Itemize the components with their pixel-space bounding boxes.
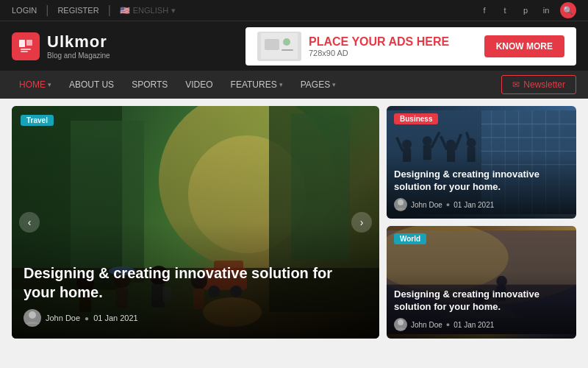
svg-point-68 xyxy=(398,319,404,325)
svg-rect-2 xyxy=(21,51,28,52)
ad-text: PLACE YOUR ADS HERE 728x90 AD xyxy=(309,35,449,57)
navigation: HOME ▾ ABOUT US SPORTS VIDEO FEATURES ▾ … xyxy=(0,71,588,99)
hero-dot: ● xyxy=(85,314,89,322)
ad-subtitle: 728x90 AD xyxy=(309,49,449,57)
card-2[interactable]: World Designing & creating innovative so… xyxy=(387,226,576,339)
svg-rect-5 xyxy=(265,39,279,50)
ad-title: PLACE YOUR ADS HERE xyxy=(309,35,449,49)
card-2-dot: ● xyxy=(446,321,450,328)
ad-left: PLACE YOUR ADS HERE 728x90 AD xyxy=(257,32,449,61)
chevron-down-icon3: ▾ xyxy=(332,81,336,88)
hero-avatar xyxy=(24,309,41,327)
nav-video-label: VIDEO xyxy=(185,79,212,90)
card-1-date: 01 Jan 2021 xyxy=(453,201,494,209)
language-label: ENGLISH xyxy=(133,6,168,15)
know-more-button[interactable]: KNOW MORE xyxy=(484,35,564,57)
prev-slide-button[interactable]: ‹ xyxy=(19,212,40,233)
nav-item-features[interactable]: FEATURES ▾ xyxy=(223,71,290,99)
nav-pages-label: PAGES xyxy=(301,79,330,90)
top-bar-left: LOGIN | REGISTER | 🇺🇸 ENGLISH ▾ xyxy=(12,4,176,17)
card-1-author: John Doe xyxy=(411,201,442,209)
top-bar: LOGIN | REGISTER | 🇺🇸 ENGLISH ▾ f t p in… xyxy=(0,0,588,21)
newsletter-label: Newsletter xyxy=(523,79,565,90)
newsletter-button[interactable]: ✉ Newsletter xyxy=(501,75,576,94)
separator2: | xyxy=(108,4,111,17)
register-link[interactable]: REGISTER xyxy=(57,6,98,15)
instagram-icon[interactable]: in xyxy=(539,4,553,17)
card-2-avatar xyxy=(394,318,407,331)
next-slide-button[interactable]: › xyxy=(351,212,372,233)
card-2-content: Designing & creating innovative solution… xyxy=(387,281,576,339)
envelope-icon: ✉ xyxy=(512,79,520,90)
hero-badge: Travel xyxy=(21,115,54,126)
header: Ulkmor Blog and Magazine PLACE YOUR ADS … xyxy=(0,21,588,71)
separator: | xyxy=(46,4,49,17)
svg-rect-7 xyxy=(282,49,293,51)
nav-item-pages[interactable]: PAGES ▾ xyxy=(293,71,343,99)
card-2-date: 01 Jan 2021 xyxy=(453,321,494,329)
logo-tagline: Blog and Magazine xyxy=(47,52,110,60)
card-2-author: John Doe xyxy=(411,321,442,329)
nav-sports-label: SPORTS xyxy=(132,79,168,90)
chevron-down-icon: ▾ xyxy=(171,6,176,15)
card-1-avatar xyxy=(394,198,407,211)
chevron-down-icon: ▾ xyxy=(48,81,51,88)
pinterest-icon[interactable]: p xyxy=(519,4,532,17)
card-1-meta: John Doe ● 01 Jan 2021 xyxy=(394,198,569,211)
nav-item-home[interactable]: HOME ▾ xyxy=(12,71,59,99)
hero-slider: Travel ‹ › Designing & creating innovati… xyxy=(12,106,379,339)
nav-item-sports[interactable]: SPORTS xyxy=(124,71,175,99)
svg-point-57 xyxy=(398,199,404,205)
card-1-title: Designing & creating innovative solution… xyxy=(394,169,569,194)
main-content: Travel ‹ › Designing & creating innovati… xyxy=(0,99,588,346)
hero-author: John Doe xyxy=(46,314,80,322)
ad-thumbnail xyxy=(257,32,301,61)
login-link[interactable]: LOGIN xyxy=(12,6,37,15)
search-button[interactable]: 🔍 xyxy=(560,2,576,18)
nav-features-label: FEATURES xyxy=(231,79,277,90)
svg-point-30 xyxy=(29,311,36,319)
nav-about-label: ABOUT US xyxy=(69,79,114,90)
card-1-dot: ● xyxy=(446,201,450,208)
card-2-badge: World xyxy=(394,233,426,244)
nav-left: HOME ▾ ABOUT US SPORTS VIDEO FEATURES ▾ … xyxy=(12,71,343,99)
card-1-badge: Business xyxy=(394,113,438,124)
chevron-down-icon2: ▾ xyxy=(279,81,283,88)
language-selector[interactable]: 🇺🇸 ENGLISH ▾ xyxy=(120,6,176,15)
card-2-title: Designing & creating innovative solution… xyxy=(394,289,569,314)
svg-rect-3 xyxy=(26,40,32,46)
svg-point-6 xyxy=(283,38,290,46)
hero-title: Designing & creating innovative solution… xyxy=(24,263,368,302)
card-1[interactable]: Business Designing & creating innovative… xyxy=(387,106,576,219)
svg-rect-1 xyxy=(21,49,31,50)
twitter-icon[interactable]: t xyxy=(498,4,512,17)
hero-date: 01 Jan 2021 xyxy=(93,314,138,322)
logo-icon xyxy=(12,32,40,60)
right-cards: Business Designing & creating innovative… xyxy=(387,106,576,339)
flag-icon: 🇺🇸 xyxy=(120,6,130,15)
svg-rect-0 xyxy=(19,40,25,47)
nav-home-label: HOME xyxy=(19,79,46,90)
hero-content: Designing & creating innovative solution… xyxy=(12,252,379,339)
nav-item-about[interactable]: ABOUT US xyxy=(62,71,121,99)
card-2-meta: John Doe ● 01 Jan 2021 xyxy=(394,318,569,331)
nav-item-video[interactable]: VIDEO xyxy=(178,71,220,99)
facebook-icon[interactable]: f xyxy=(478,4,491,17)
brand-name: Ulkmor xyxy=(47,32,110,52)
ad-banner: PLACE YOUR ADS HERE 728x90 AD KNOW MORE xyxy=(245,27,576,66)
card-1-content: Designing & creating innovative solution… xyxy=(387,161,576,219)
logo-text: Ulkmor Blog and Magazine xyxy=(47,32,110,60)
hero-meta: John Doe ● 01 Jan 2021 xyxy=(24,309,368,327)
top-bar-right: f t p in 🔍 xyxy=(478,2,576,18)
logo[interactable]: Ulkmor Blog and Magazine xyxy=(12,32,110,60)
